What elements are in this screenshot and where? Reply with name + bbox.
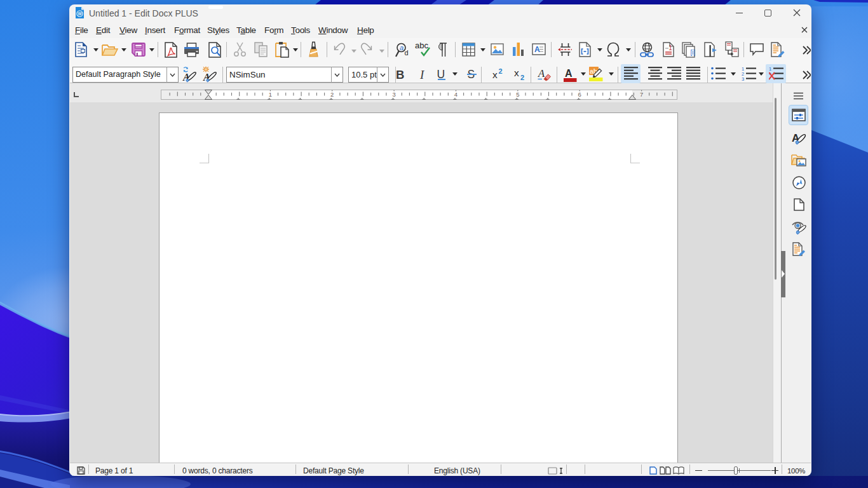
svg-text:1: 1 — [269, 91, 272, 98]
svg-text:3: 3 — [392, 91, 395, 98]
svg-text:6: 6 — [578, 91, 581, 98]
svg-text:2: 2 — [330, 91, 334, 98]
svg-text:7: 7 — [640, 91, 643, 98]
svg-text:5: 5 — [516, 91, 519, 98]
svg-text:4: 4 — [454, 91, 458, 98]
